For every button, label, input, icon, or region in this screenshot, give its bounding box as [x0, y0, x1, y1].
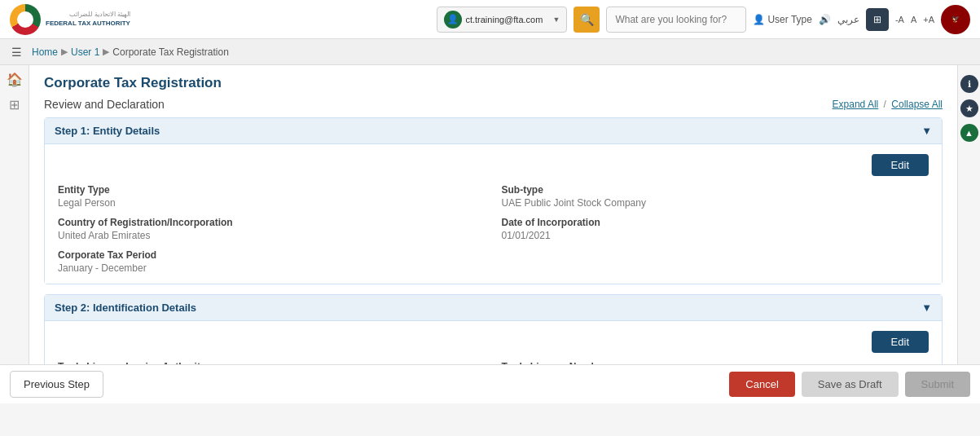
submit-button[interactable]: Submit [905, 372, 970, 397]
country-reg-value: United Arab Emirates [58, 230, 486, 241]
collapse-all-btn[interactable]: Collapse All [891, 99, 943, 110]
step1-fields: Entity Type Legal Person Sub-type UAE Pu… [58, 184, 929, 274]
breadcrumb-sep-1: ▶ [61, 46, 68, 57]
logo-inner [17, 11, 33, 28]
trade-number-label: Trade License Number [502, 361, 929, 364]
sidebar-grid-icon[interactable]: ⊞ [9, 97, 20, 112]
tax-period-value: January - December [58, 262, 929, 274]
field-country-reg: Country of Registration/Incorporation Un… [58, 217, 486, 241]
header-left: الهيئة الاتحادية للضرائب FEDERAL TAX AUT… [10, 4, 130, 35]
field-sub-type: Sub-type UAE Public Joint Stock Company [502, 184, 929, 209]
right-sidebar: ℹ ★ ▲ [957, 65, 980, 364]
left-sidebar: 🏠 ⊞ [0, 65, 29, 364]
sub-type-value: UAE Public Joint Stock Company [502, 197, 929, 209]
user-type-label: User Type [767, 14, 811, 25]
section-subtitle: Review and Declaration [44, 98, 165, 111]
expand-all-btn[interactable]: Expand All [833, 99, 879, 110]
sub-type-label: Sub-type [502, 184, 929, 196]
field-tax-period: Corporate Tax Period January - December [58, 249, 929, 274]
step2-section: Step 2: Identification Details ▼ Edit Tr… [44, 294, 943, 364]
logo-text-block: الهيئة الاتحادية للضرائب FEDERAL TAX AUT… [46, 11, 130, 28]
breadcrumb-user[interactable]: User 1 [71, 46, 99, 58]
text-normal-btn[interactable]: A [911, 15, 916, 24]
audio-icon[interactable]: 🔊 [819, 14, 831, 25]
logo-area: الهيئة الاتحادية للضرائب FEDERAL TAX AUT… [10, 4, 130, 35]
user-email-label: ct.training@fta.com [465, 15, 549, 24]
step1-header[interactable]: Step 1: Entity Details ▼ [45, 118, 942, 144]
step2-edit-row: Edit [58, 331, 929, 353]
previous-step-button[interactable]: Previous Step [10, 371, 103, 398]
user-dropdown[interactable]: 👤 ct.training@fta.com ▼ [437, 7, 567, 33]
date-inc-label: Date of Incorporation [502, 217, 929, 228]
step2-title: Step 2: Identification Details [55, 302, 196, 314]
user-type-button[interactable]: 👤 User Type [753, 14, 811, 25]
step2-body: Edit Trade License Issuing Authority Agr… [45, 321, 942, 364]
user-icon-small: 👤 [753, 14, 765, 25]
header-right: 👤 ct.training@fta.com ▼ 🔍 👤 User Type 🔊 … [437, 5, 970, 34]
top-header: الهيئة الاتحادية للضرائب FEDERAL TAX AUT… [0, 0, 980, 39]
hamburger-icon[interactable]: ☰ [11, 46, 22, 59]
step1-body: Edit Entity Type Legal Person Sub-type U… [45, 144, 942, 284]
scroll-up-btn[interactable]: ▲ [960, 124, 978, 142]
step1-chevron-icon: ▼ [921, 125, 932, 137]
step1-edit-button[interactable]: Edit [872, 154, 929, 176]
uae-emblem: 🦅 [941, 5, 970, 34]
step2-edit-button[interactable]: Edit [872, 331, 929, 353]
logo-text-en: FEDERAL TAX AUTHORITY [46, 20, 130, 28]
step1-edit-row: Edit [58, 154, 929, 176]
entity-type-value: Legal Person [58, 197, 486, 209]
breadcrumb-current: Corporate Tax Registration [112, 46, 229, 58]
text-increase-btn[interactable]: +A [923, 15, 934, 24]
trade-issuing-label: Trade License Issuing Authority [58, 361, 486, 364]
field-trade-issuing: Trade License Issuing Authority Agricult… [58, 361, 486, 364]
field-entity-type: Entity Type Legal Person [58, 184, 486, 209]
expand-collapse-controls: Expand All / Collapse All [833, 99, 943, 110]
date-inc-value: 01/01/2021 [502, 230, 929, 241]
cancel-button[interactable]: Cancel [729, 372, 794, 397]
logo-text-ar: الهيئة الاتحادية للضرائب [46, 11, 130, 19]
step2-fields: Trade License Issuing Authority Agricult… [58, 361, 929, 364]
page-title: Corporate Tax Registration [44, 75, 943, 91]
dropdown-chevron-icon: ▼ [553, 15, 560, 24]
uae-logo-label: 🦅 [951, 15, 960, 23]
arabic-lang-btn[interactable]: عربي [837, 14, 859, 25]
save-as-draft-button[interactable]: Save as Draft [802, 372, 899, 397]
display-mode-btn[interactable]: ⊞ [866, 8, 889, 31]
step2-header[interactable]: Step 2: Identification Details ▼ [45, 295, 942, 321]
country-reg-label: Country of Registration/Incorporation [58, 217, 486, 228]
tax-period-label: Corporate Tax Period [58, 249, 929, 261]
breadcrumb-bar: ☰ Home ▶ User 1 ▶ Corporate Tax Registra… [0, 39, 980, 65]
step2-chevron-icon: ▼ [921, 302, 932, 314]
star-sidebar-btn[interactable]: ★ [960, 99, 978, 117]
user-avatar-icon: 👤 [444, 11, 462, 29]
field-trade-number: Trade License Number TRADE45QA [502, 361, 929, 364]
info-sidebar-btn[interactable]: ℹ [960, 75, 978, 93]
main-layout: 🏠 ⊞ Corporate Tax Registration Review an… [0, 65, 980, 364]
breadcrumb-sep-2: ▶ [103, 46, 109, 57]
section-header-row: Review and Declaration Expand All / Coll… [44, 98, 943, 111]
bottom-bar: Previous Step Cancel Save as Draft Submi… [0, 364, 980, 403]
fta-logo [10, 4, 41, 35]
text-decrease-btn[interactable]: -A [895, 15, 904, 24]
content-area: Corporate Tax Registration Review and De… [29, 65, 957, 364]
field-date-incorporation: Date of Incorporation 01/01/2021 [502, 217, 929, 241]
search-icon-button[interactable]: 🔍 [573, 7, 600, 33]
entity-type-label: Entity Type [58, 184, 486, 196]
expand-sep: / [884, 99, 886, 110]
search-input[interactable] [606, 7, 746, 33]
step1-section: Step 1: Entity Details ▼ Edit Entity Typ… [44, 117, 943, 284]
step1-title: Step 1: Entity Details [55, 125, 160, 137]
breadcrumb-home[interactable]: Home [32, 46, 58, 58]
sidebar-home-icon[interactable]: 🏠 [7, 72, 23, 87]
